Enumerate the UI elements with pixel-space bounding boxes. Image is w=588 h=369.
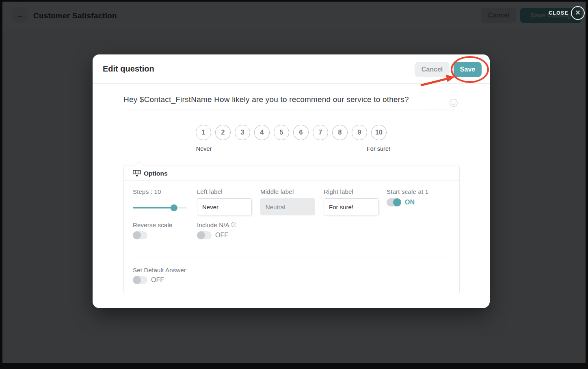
scale-option-10[interactable]: 10: [371, 125, 387, 140]
steps-slider[interactable]: [133, 204, 187, 212]
set-default-state: OFF: [151, 276, 164, 284]
options-header: Options: [124, 165, 459, 181]
include-na-label: Include N/A?: [197, 221, 236, 228]
scale-row: 1 2 3 4 5 6 7 8 9 10: [93, 125, 490, 140]
question-text[interactable]: Hey $Contact_FirstName How likely are yo…: [123, 95, 447, 109]
modal-title: Edit question: [103, 64, 154, 74]
toggle-knob: [133, 231, 141, 239]
lightbox-close: CLOSE ✕: [549, 0, 585, 26]
right-label-caption: Right label: [324, 188, 353, 195]
toggle-knob: [133, 276, 141, 284]
reverse-scale-label: Reverse scale: [133, 221, 173, 228]
scale-option-4[interactable]: 4: [254, 125, 270, 140]
options-panel: Options Steps : 10 Left label Middle lab…: [123, 165, 460, 294]
slider-fill: [133, 207, 174, 208]
options-icon: [133, 170, 142, 177]
middle-label-caption: Middle label: [260, 188, 294, 195]
steps-label: Steps : 10: [133, 188, 161, 195]
cancel-button[interactable]: Cancel: [415, 62, 450, 77]
toggle-knob: [197, 231, 205, 239]
scale-option-6[interactable]: 6: [293, 125, 309, 140]
scale-option-5[interactable]: 5: [274, 125, 289, 140]
reverse-scale-toggle[interactable]: [133, 231, 147, 239]
set-default-label: Set Default Answer: [133, 267, 186, 273]
start-scale-label: Start scale at 1: [387, 188, 428, 195]
scale-option-3[interactable]: 3: [235, 125, 250, 140]
close-label: CLOSE: [549, 10, 569, 16]
panel-divider: [133, 258, 451, 258]
scale-option-9[interactable]: 9: [352, 125, 367, 140]
modal-header: Edit question Cancel Save: [93, 54, 490, 84]
scale-option-2[interactable]: 2: [215, 125, 231, 140]
start-scale-toggle[interactable]: [387, 198, 401, 206]
left-anchor-label: Never: [196, 145, 212, 152]
toggle-knob: [393, 198, 401, 206]
scale-option-8[interactable]: 8: [332, 125, 348, 140]
include-na-toggle[interactable]: [197, 231, 212, 239]
left-label-input[interactable]: [197, 198, 252, 215]
right-label-input[interactable]: [324, 198, 378, 215]
scale-option-1[interactable]: 1: [196, 125, 211, 140]
start-scale-state: ON: [405, 199, 415, 206]
options-title: Options: [144, 170, 168, 177]
question-row: Hey $Contact_FirstName How likely are yo…: [123, 95, 460, 109]
slider-thumb[interactable]: [171, 204, 177, 211]
right-anchor-label: For sure!: [367, 145, 390, 152]
include-na-state: OFF: [215, 232, 228, 239]
smiley-icon[interactable]: [449, 98, 458, 107]
scale-anchors: Never For sure!: [196, 145, 387, 154]
set-default-toggle[interactable]: [133, 276, 147, 284]
help-icon[interactable]: ?: [231, 222, 236, 227]
save-button[interactable]: Save: [454, 62, 482, 77]
left-label-caption: Left label: [197, 188, 223, 195]
panel-caret: [134, 161, 143, 165]
scale-option-7[interactable]: 7: [313, 125, 328, 140]
edit-question-modal: Edit question Cancel Save Hey $Contact_F…: [93, 54, 490, 308]
middle-label-input: [260, 198, 315, 215]
close-icon[interactable]: ✕: [571, 6, 585, 20]
